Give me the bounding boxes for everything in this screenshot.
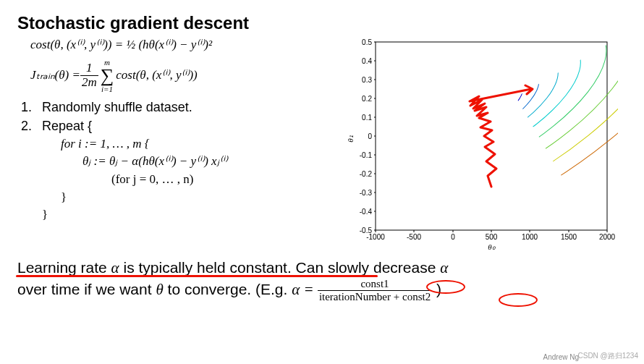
svg-text:θ₀: θ₀ bbox=[488, 242, 495, 251]
step-2: 2. Repeat { bbox=[17, 117, 336, 135]
svg-rect-0 bbox=[376, 42, 607, 230]
close-brace-2: } bbox=[42, 206, 336, 224]
const2-circle bbox=[499, 293, 538, 307]
frac-num-const1: const1 bbox=[318, 278, 432, 291]
sum-bot: i=1 bbox=[101, 85, 114, 93]
sum-sigma: ∑ bbox=[101, 67, 114, 85]
svg-point-47 bbox=[343, 35, 618, 251]
step1-text: Randomly shuffle dataset. bbox=[42, 98, 192, 117]
svg-point-45 bbox=[368, 35, 600, 199]
step2-num: 2. bbox=[17, 117, 32, 135]
svg-text:0.4: 0.4 bbox=[362, 57, 372, 65]
lr-text-2: is typically held constant. bbox=[119, 259, 292, 276]
j-right: cost(θ, (x⁽ⁱ⁾, y⁽ⁱ⁾)) bbox=[116, 67, 197, 85]
svg-text:0.3: 0.3 bbox=[362, 76, 372, 84]
svg-text:0: 0 bbox=[368, 132, 372, 140]
algorithm-steps: 1. Randomly shuffle dataset. 2. Repeat {… bbox=[17, 98, 336, 224]
den-iter: iterationNumber + bbox=[319, 291, 402, 302]
lr-text-4: over time if we want bbox=[17, 281, 156, 297]
svg-point-49 bbox=[343, 35, 618, 252]
svg-text:2000: 2000 bbox=[599, 233, 616, 241]
svg-text:500: 500 bbox=[486, 233, 498, 241]
watermark-text: CSDN @路归1234 bbox=[577, 351, 638, 361]
svg-point-48 bbox=[343, 35, 618, 252]
alpha-eq: α = bbox=[292, 281, 318, 298]
svg-text:θ₁: θ₁ bbox=[346, 135, 355, 142]
for-loop: for i := 1, … , m { bbox=[61, 135, 336, 153]
frac-den: iterationNumber + const2 bbox=[318, 291, 432, 303]
svg-text:-0.1: -0.1 bbox=[360, 151, 373, 159]
j-left: Jₜᵣₐᵢₙ(θ) = bbox=[30, 67, 80, 85]
page-title: Stochastic gradient descent bbox=[17, 13, 627, 33]
alpha-1: α bbox=[111, 259, 119, 276]
theta-sym: θ bbox=[156, 281, 163, 298]
svg-text:1500: 1500 bbox=[561, 233, 577, 241]
svg-text:-1000: -1000 bbox=[366, 233, 385, 241]
svg-text:-0.3: -0.3 bbox=[360, 189, 373, 197]
for-j: (for j = 0, … , n) bbox=[111, 171, 336, 189]
svg-point-46 bbox=[343, 35, 618, 224]
learning-rate-note: Learning rate α is typically held consta… bbox=[17, 258, 627, 302]
svg-text:0.1: 0.1 bbox=[362, 114, 372, 122]
alpha-2: α bbox=[440, 259, 448, 276]
const1-circle bbox=[426, 280, 465, 294]
svg-text:-0.2: -0.2 bbox=[360, 170, 373, 178]
lr-text-5: to converge. (E.g. bbox=[164, 281, 292, 297]
close-brace-1: } bbox=[61, 189, 336, 207]
step1-num: 1. bbox=[17, 98, 32, 117]
lr-text-1: Learning rate bbox=[17, 259, 111, 276]
update-rule: θⱼ := θⱼ − α(hθ(x⁽ⁱ⁾) − y⁽ⁱ⁾) xⱼ⁽ⁱ⁾ bbox=[82, 153, 336, 171]
den-const2: const2 bbox=[402, 291, 431, 302]
step-1: 1. Randomly shuffle dataset. bbox=[17, 98, 336, 117]
svg-text:-0.4: -0.4 bbox=[360, 208, 373, 216]
lr-text-3: Can slowly decrease bbox=[292, 259, 440, 276]
svg-text:0: 0 bbox=[451, 233, 455, 241]
j-frac: 1 2m bbox=[80, 62, 98, 89]
j-frac-den: 2m bbox=[80, 76, 98, 90]
svg-text:1000: 1000 bbox=[522, 233, 538, 241]
step2-text: Repeat { bbox=[42, 117, 92, 135]
sum-symbol: m ∑ i=1 bbox=[101, 59, 114, 93]
svg-text:-500: -500 bbox=[407, 233, 421, 241]
math-column: cost(θ, (x⁽ⁱ⁾, y⁽ⁱ⁾)) = ½ (hθ(x⁽ⁱ⁾) − y⁽… bbox=[17, 35, 336, 252]
contour-plot: 0.5 0.4 0.3 0.2 0.1 0 -0.1 -0.2 -0.3 -0.… bbox=[343, 35, 618, 252]
red-underline-1 bbox=[16, 275, 378, 277]
cost-equation: cost(θ, (x⁽ⁱ⁾, y⁽ⁱ⁾)) = ½ (hθ(x⁽ⁱ⁾) − y⁽… bbox=[30, 36, 336, 54]
j-train-equation: Jₜᵣₐᵢₙ(θ) = 1 2m m ∑ i=1 cost(θ, (x⁽ⁱ⁾, … bbox=[30, 59, 336, 93]
alpha-formula-frac: const1 iterationNumber + const2 bbox=[318, 278, 432, 302]
eq-cost-text: cost(θ, (x⁽ⁱ⁾, y⁽ⁱ⁾)) = ½ (hθ(x⁽ⁱ⁾) − y⁽… bbox=[30, 38, 212, 51]
j-frac-num: 1 bbox=[80, 62, 98, 76]
credit-text: Andrew Ng bbox=[543, 353, 579, 361]
svg-text:0.2: 0.2 bbox=[362, 95, 372, 103]
svg-text:0.5: 0.5 bbox=[362, 38, 372, 46]
content-row: cost(θ, (x⁽ⁱ⁾, y⁽ⁱ⁾)) = ½ (hθ(x⁽ⁱ⁾) − y⁽… bbox=[17, 35, 627, 252]
